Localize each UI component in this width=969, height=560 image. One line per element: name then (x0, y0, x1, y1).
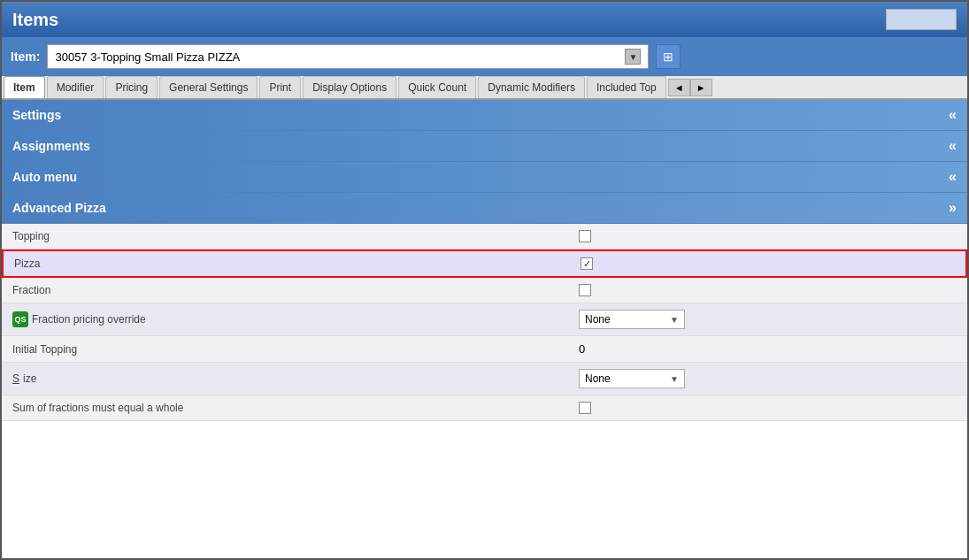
section-settings-header[interactable]: Settings « (2, 100, 967, 131)
value-topping (568, 224, 967, 249)
checkbox-fraction[interactable] (579, 284, 591, 296)
main-window: Items Item: 30057 3-Topping Small Pizza … (0, 0, 969, 560)
label-sum-fractions: Sum of fractions must equal a whole (2, 395, 568, 420)
label-topping: Topping (2, 224, 568, 249)
section-advancedpizza-collapse-icon: » (949, 200, 957, 216)
row-topping: Topping (2, 224, 967, 249)
section-automenu-title: Auto menu (12, 170, 77, 184)
value-size: None ▼ (568, 363, 967, 395)
section-settings-collapse-icon: « (949, 107, 957, 123)
value-initial-topping: 0 (568, 336, 967, 362)
tab-item[interactable]: Item (4, 76, 45, 99)
qs-icon: QS (12, 311, 28, 327)
row-fraction: Fraction (2, 278, 967, 303)
tab-included-top[interactable]: Included Top (587, 76, 666, 98)
tab-quick-count[interactable]: Quick Count (398, 76, 476, 98)
label-pizza: Pizza (4, 251, 570, 276)
tab-modifier[interactable]: Modifier (47, 76, 104, 98)
item-bar: Item: 30057 3-Topping Small Pizza PIZZA … (2, 37, 967, 76)
checkbox-pizza[interactable] (581, 257, 593, 270)
section-advancedpizza-header[interactable]: Advanced Pizza » (2, 193, 967, 224)
tab-display-options[interactable]: Display Options (303, 76, 396, 98)
tab-next-button[interactable]: ► (690, 79, 712, 96)
tab-print[interactable]: Print (259, 76, 301, 98)
item-dropdown-arrow-icon[interactable]: ▼ (625, 49, 641, 65)
value-sum-fractions (568, 395, 967, 420)
section-settings-title: Settings (12, 108, 61, 122)
item-dropdown[interactable]: 30057 3-Topping Small Pizza PIZZA ▼ (47, 44, 649, 69)
item-bar-label: Item: (11, 50, 40, 64)
row-fraction-pricing-override: QS Fraction pricing override None ▼ (2, 303, 967, 336)
dropdown-fraction-pricing-arrow: ▼ (670, 315, 679, 325)
advanced-pizza-body: Topping Pizza Fraction (2, 224, 967, 421)
title-bar: Items (2, 2, 967, 37)
tab-pricing[interactable]: Pricing (105, 76, 158, 98)
section-advancedpizza-title: Advanced Pizza (12, 201, 106, 215)
value-fraction (568, 278, 967, 303)
row-initial-topping: Initial Topping 0 (2, 336, 967, 363)
section-automenu-collapse-icon: « (949, 169, 957, 185)
tab-general-settings[interactable]: General Settings (159, 76, 258, 98)
title-bar-right (886, 9, 957, 30)
window-title: Items (12, 10, 58, 30)
row-size: Size None ▼ (2, 363, 967, 395)
section-assignments-collapse-icon: « (949, 138, 957, 154)
dropdown-size-arrow: ▼ (670, 374, 679, 384)
dropdown-size[interactable]: None ▼ (579, 369, 685, 388)
label-size: Size (2, 366, 568, 391)
section-assignments-title: Assignments (12, 139, 90, 153)
label-fraction: Fraction (2, 278, 568, 303)
content-area: Settings « Assignments « Auto menu « Adv… (2, 100, 967, 421)
tab-dynamic-modifiers[interactable]: Dynamic Modifiers (478, 76, 585, 98)
item-grid-button[interactable]: ⊞ (656, 44, 681, 69)
value-fraction-pricing-override: None ▼ (568, 303, 967, 335)
checkbox-topping[interactable] (579, 230, 591, 242)
section-automenu-header[interactable]: Auto menu « (2, 162, 967, 193)
text-initial-topping: 0 (579, 342, 585, 356)
tab-prev-button[interactable]: ◄ (668, 79, 690, 96)
grid-icon: ⊞ (663, 50, 673, 64)
label-fraction-pricing-override: QS Fraction pricing override (2, 305, 568, 334)
item-dropdown-value: 30057 3-Topping Small Pizza PIZZA (55, 50, 240, 64)
label-initial-topping: Initial Topping (2, 337, 568, 362)
section-assignments-header[interactable]: Assignments « (2, 131, 967, 162)
dropdown-fraction-pricing-override[interactable]: None ▼ (579, 310, 685, 329)
checkbox-sum-fractions[interactable] (579, 402, 591, 414)
value-pizza (570, 251, 965, 276)
row-sum-fractions: Sum of fractions must equal a whole (2, 395, 967, 421)
row-pizza: Pizza (2, 249, 967, 278)
tabs-bar: Item Modifier Pricing General Settings P… (2, 76, 967, 100)
